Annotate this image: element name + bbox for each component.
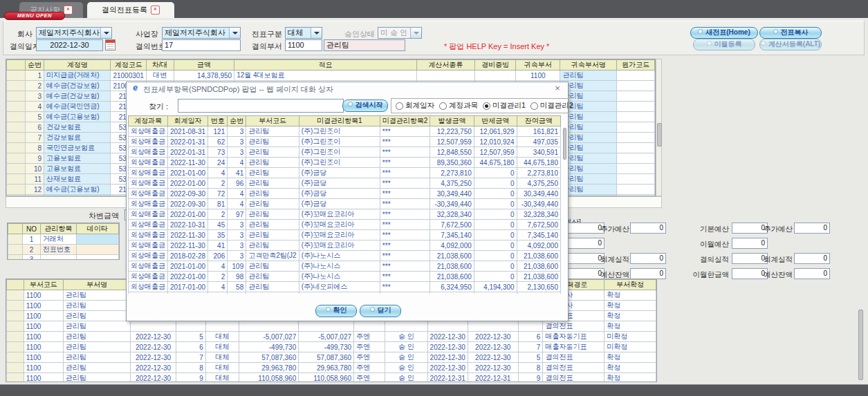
table-row[interactable]: 외상매출금2022-09-30724관리팀(주)금당***30,349,4400…	[129, 189, 561, 199]
column-header[interactable]: 금액	[174, 60, 234, 70]
column-header[interactable]: 회계일자	[168, 116, 208, 126]
column-header[interactable]: 계정명	[44, 60, 111, 70]
table-row[interactable]: 외상매출금2022-01-00297관리팀(주)꼬매요코리아***32,328,…	[129, 209, 561, 220]
column-header[interactable]: 데이타	[76, 224, 118, 234]
table-row[interactable]: 외상매출금2022-01-00296관리팀(주)금당***4,375,25004…	[129, 178, 561, 189]
scrollbar-thumb[interactable]	[657, 123, 662, 147]
column-header[interactable]: 계정과목	[129, 116, 168, 126]
table-row[interactable]: 외상매출금2021-01-00441관리팀(주)금당***2,273,81002…	[129, 168, 561, 178]
column-header[interactable]: 반제금액	[474, 116, 517, 126]
column-header[interactable]: 차/대	[146, 60, 174, 70]
site-select[interactable]: 제일저지주식회사	[162, 27, 241, 39]
column-header[interactable]: 미결관리항목1	[299, 116, 380, 126]
table-row[interactable]: 외상매출금2022-09-30814관리팀(주)금당***-30,349,440…	[129, 199, 561, 209]
radio-option-미결관리1[interactable]: 미결관리1	[483, 101, 526, 111]
search-start-button[interactable]: 검색시작	[342, 100, 388, 112]
close-icon[interactable]: ×	[553, 83, 562, 93]
table-row[interactable]: 1100관리팀결의전표확정	[7, 321, 656, 332]
budget-input[interactable]: 0	[794, 223, 830, 234]
table-row[interactable]: 1100관리팀2022-12-309대체110,058,960110,058,9…	[7, 373, 656, 383]
budget-input[interactable]: 0	[732, 253, 768, 264]
table-row[interactable]: 외상매출금2021-01-00439관리팀(주)네오피에스***2,130,65…	[129, 292, 561, 294]
radio-option-계정과목[interactable]: 계정과목	[439, 101, 478, 111]
budget-input[interactable]: 0	[794, 253, 830, 264]
slip-no-input[interactable]: 17	[162, 39, 241, 51]
table-row[interactable]: 1미지급금(거래처)21000301대변14,378,95012월 4대보험료1…	[7, 70, 655, 81]
column-header[interactable]: 계정코드	[111, 60, 147, 70]
table-row[interactable]: 1100관리팀2022-12-308대체29,963,78029,963,780…	[7, 363, 656, 373]
scrollbar[interactable]	[858, 279, 863, 384]
budget-input[interactable]: 0	[566, 268, 604, 279]
company-select[interactable]: 제일저지주식회사	[36, 27, 112, 39]
scrollbar-thumb[interactable]	[858, 310, 863, 380]
column-header[interactable]: 순번	[26, 60, 44, 70]
scrollbar[interactable]	[656, 59, 662, 196]
column-header[interactable]: 경비증빙	[474, 60, 515, 70]
confirm-button[interactable]: 확인	[315, 305, 357, 317]
table-row[interactable]: 외상매출금2021-01-004109관리팀(주)나노시스***21,038,6…	[129, 261, 561, 272]
carryover-button[interactable]: 이월등록	[693, 39, 755, 50]
table-row[interactable]: 외상매출금2021-08-311213관리팀(주)그린조이***12,223,7…	[129, 126, 561, 137]
column-header[interactable]: 귀속부서명	[560, 60, 617, 70]
table-row[interactable]: 2전표번호	[8, 245, 119, 255]
table-row[interactable]: 외상매출금2017-01-00458관리팀(주)네오피에스***6,324,95…	[129, 282, 561, 292]
radio-option-미결관리2[interactable]: 미결관리2	[530, 101, 573, 111]
close-icon[interactable]: ×	[64, 6, 73, 15]
column-header[interactable]: 적요	[234, 60, 417, 70]
table-row[interactable]: 1100관리팀2022-12-306대체-499,730-499,730주엔승 …	[7, 342, 656, 352]
budget-input[interactable]: 0	[630, 268, 666, 279]
close-icon[interactable]: ×	[151, 6, 160, 15]
chevron-down-icon[interactable]	[229, 28, 240, 38]
budget-input[interactable]: 0	[732, 223, 768, 234]
budget-input[interactable]: 0	[630, 253, 666, 264]
chevron-down-icon[interactable]	[311, 28, 322, 38]
column-header[interactable]: 번호	[208, 116, 228, 126]
table-row[interactable]: 외상매출금2022-11-30353관리팀(주)꼬매요코리아***7,345,1…	[129, 230, 561, 241]
column-header[interactable]: 미결관리항목2	[380, 116, 430, 126]
dialog-title-bar[interactable]: e 전표세부항목(SPNDCDPop) 팝업 -- 웹 페이지 대화 상자 ×	[127, 82, 568, 94]
column-header[interactable]: NO	[23, 224, 41, 234]
budget-input[interactable]: 0	[566, 238, 604, 249]
table-row[interactable]: 외상매출금2022-10-31453관리팀(주)꼬매요코리아***7,672,5…	[129, 220, 561, 230]
table-row[interactable]: 외상매출금2022-11-30244관리팀(주)그린조이***89,350,36…	[129, 158, 561, 168]
chevron-down-icon[interactable]	[100, 28, 111, 38]
column-header[interactable]: 귀속부서	[516, 60, 560, 70]
column-header[interactable]: 계산서종류	[416, 60, 474, 70]
calendar-icon[interactable]	[105, 39, 116, 50]
table-row[interactable]: 1거래처	[8, 234, 119, 245]
resolve-date-input[interactable]: 2022-12-30	[36, 39, 103, 51]
tab-slip-register[interactable]: 결의전표등록 ×	[87, 2, 174, 18]
table-row[interactable]: 1100관리팀2022-12-307대체57,087,36057,087,360…	[7, 352, 656, 363]
budget-input[interactable]: 0	[732, 238, 768, 249]
copy-slip-button[interactable]: 전표복사	[759, 27, 822, 39]
column-header[interactable]: 잔여금액	[517, 116, 560, 126]
budget-input[interactable]: 0	[566, 223, 604, 234]
table-row[interactable]: 1100관리팀2022-12-305대체-5,007,027-5,007,027…	[7, 332, 656, 342]
budget-input[interactable]: 0	[732, 268, 768, 279]
dept-code-input[interactable]: 1100	[285, 39, 322, 51]
search-input[interactable]	[178, 99, 344, 113]
column-header[interactable]: 부서명	[63, 280, 130, 290]
table-row[interactable]: 3	[8, 255, 119, 261]
approval-select[interactable]: 미 승 인	[378, 27, 422, 39]
column-header[interactable]: 관리항목	[40, 224, 76, 234]
close-button[interactable]: 닫기	[360, 305, 401, 317]
table-row[interactable]: 외상매출금2022-01-00298관리팀(주)나노시스***21,038,60…	[129, 272, 561, 282]
table-row[interactable]: 외상매출금2022-11-30413관리팀(주)꼬매요코리아***4,092,0…	[129, 241, 561, 251]
table-row[interactable]: 외상매출금2022-01-31623관리팀(주)그린조이***12,507,95…	[129, 137, 561, 147]
menu-open-button[interactable]: MENU OPEN	[4, 12, 65, 20]
table-row[interactable]: 외상매출금2018-02-282063고객만족2팀(J2(주)나노시스***21…	[129, 251, 561, 261]
column-header[interactable]: 부서코드	[24, 280, 63, 290]
radio-option-회계일자[interactable]: 회계일자	[396, 101, 434, 111]
column-header[interactable]: 순번	[228, 116, 246, 126]
budget-input[interactable]: 0	[566, 253, 604, 264]
invoice-register-button[interactable]: 계산서등록(ALT)	[759, 39, 822, 50]
column-header[interactable]: 부서코드	[246, 116, 299, 126]
column-header[interactable]: 부서확정	[604, 280, 656, 290]
budget-input[interactable]: 0	[794, 268, 830, 279]
budget-input[interactable]: 0	[630, 223, 666, 234]
new-slip-button[interactable]: 새전표(Home)	[690, 27, 758, 39]
table-row[interactable]: 외상매출금2022-01-31733관리팀(주)그린조이***12,848,55…	[129, 147, 561, 158]
scrollbar-thumb[interactable]	[563, 128, 566, 160]
slip-type-select[interactable]: 대체	[285, 27, 322, 39]
